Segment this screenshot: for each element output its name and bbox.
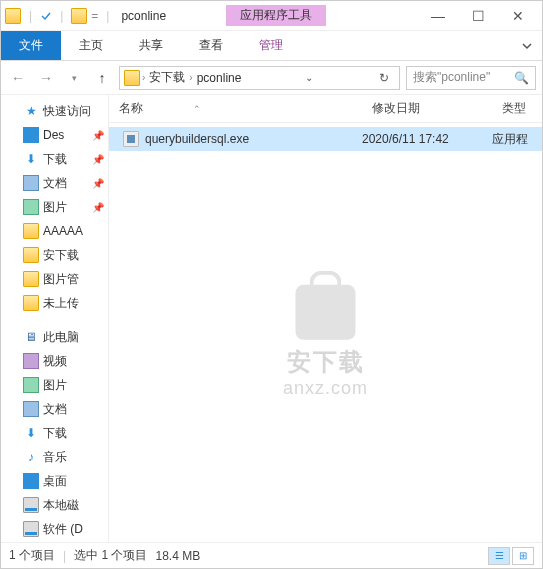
sidebar-item[interactable]: 文档📌 (1, 171, 108, 195)
close-button[interactable]: ✕ (498, 2, 538, 30)
desktop-icon (23, 127, 39, 143)
pin-icon: 📌 (92, 130, 104, 141)
tab-manage[interactable]: 管理 (241, 31, 301, 60)
star-icon: ★ (23, 103, 39, 119)
window-title: pconline (121, 9, 166, 23)
video-icon (23, 353, 39, 369)
folder-icon (23, 295, 39, 311)
sidebar-label: 此电脑 (43, 329, 79, 346)
file-type: 应用程 (492, 131, 542, 148)
exe-icon (123, 131, 139, 147)
checkmark-icon[interactable] (40, 10, 52, 22)
drive-icon (23, 497, 39, 513)
sidebar-item[interactable]: ⬇下载📌 (1, 147, 108, 171)
pc-icon: 🖥 (23, 329, 39, 345)
ribbon-expand-button[interactable] (512, 31, 542, 60)
folder-icon (23, 271, 39, 287)
sidebar-item[interactable]: 图片 (1, 373, 108, 397)
view-details-button[interactable]: ☰ (488, 547, 510, 565)
status-selected: 选中 1 个项目 (74, 547, 147, 564)
sidebar-item[interactable]: 图片管 (1, 267, 108, 291)
qat-divider: | (29, 9, 32, 23)
download-icon: ⬇ (23, 425, 39, 441)
sidebar-item[interactable]: 视频 (1, 349, 108, 373)
qat-equals-icon[interactable]: = (91, 9, 98, 23)
download-icon: ⬇ (23, 151, 39, 167)
sidebar-item[interactable]: 本地磁 (1, 493, 108, 517)
sidebar-this-pc[interactable]: 🖥 此电脑 (1, 325, 108, 349)
file-name: querybuildersql.exe (145, 132, 362, 146)
nav-history-button[interactable]: ▾ (63, 67, 85, 89)
sidebar-item[interactable]: 桌面 (1, 469, 108, 493)
column-date[interactable]: 修改日期 (362, 95, 492, 122)
sidebar-item[interactable]: 文档 (1, 397, 108, 421)
status-size: 18.4 MB (155, 549, 200, 563)
watermark: 安下载 anxz.com (283, 284, 368, 398)
sort-caret-icon: ⌃ (193, 104, 201, 114)
desktop-icon (23, 473, 39, 489)
chevron-down-icon (522, 41, 532, 51)
folder-icon (23, 223, 39, 239)
sidebar-item[interactable]: Des📌 (1, 123, 108, 147)
pin-icon: 📌 (92, 178, 104, 189)
file-date: 2020/6/11 17:42 (362, 132, 492, 146)
qat-divider: | (60, 9, 63, 23)
column-type[interactable]: 类型 (492, 95, 542, 122)
sidebar-item[interactable]: ♪音乐 (1, 445, 108, 469)
view-icons-button[interactable]: ⊞ (512, 547, 534, 565)
sidebar-item[interactable]: 安下载 (1, 243, 108, 267)
pin-icon: 📌 (92, 154, 104, 165)
tab-view[interactable]: 查看 (181, 31, 241, 60)
sidebar-item[interactable]: 软件 (D (1, 517, 108, 541)
app-folder-icon (5, 8, 21, 24)
nav-back-button[interactable]: ← (7, 67, 29, 89)
picture-icon (23, 199, 39, 215)
breadcrumb[interactable]: 安下载 (145, 69, 189, 86)
column-name[interactable]: 名称 ⌃ (109, 95, 362, 122)
drive-icon (23, 521, 39, 537)
breadcrumb[interactable]: pconline (193, 71, 246, 85)
context-tab-label: 应用程序工具 (226, 5, 326, 26)
sidebar-item[interactable]: 未上传 (1, 291, 108, 315)
document-icon (23, 175, 39, 191)
pin-icon: 📌 (92, 202, 104, 213)
tab-home[interactable]: 主页 (61, 31, 121, 60)
search-icon[interactable]: 🔍 (514, 71, 529, 85)
qat-divider: | (106, 9, 109, 23)
minimize-button[interactable]: — (418, 2, 458, 30)
document-icon (23, 401, 39, 417)
navigation-sidebar: ★ 快速访问 Des📌 ⬇下载📌 文档📌 图片📌 AAAAA 安下载 图片管 未… (1, 95, 109, 542)
search-input[interactable]: 搜索"pconline" 🔍 (406, 66, 536, 90)
maximize-button[interactable]: ☐ (458, 2, 498, 30)
status-divider: | (63, 549, 66, 563)
sidebar-label: 快速访问 (43, 103, 91, 120)
tab-share[interactable]: 共享 (121, 31, 181, 60)
search-placeholder: 搜索"pconline" (413, 69, 490, 86)
status-item-count: 1 个项目 (9, 547, 55, 564)
music-icon: ♪ (23, 449, 39, 465)
folder-icon (23, 247, 39, 263)
tab-file[interactable]: 文件 (1, 31, 61, 60)
address-dropdown-button[interactable]: ⌄ (299, 72, 319, 83)
folder-icon (71, 8, 87, 24)
sidebar-item[interactable]: 图片📌 (1, 195, 108, 219)
file-row[interactable]: querybuildersql.exe 2020/6/11 17:42 应用程 (109, 127, 542, 151)
nav-up-button[interactable]: ↑ (91, 67, 113, 89)
sidebar-item[interactable]: ⬇下载 (1, 421, 108, 445)
picture-icon (23, 377, 39, 393)
nav-forward-button[interactable]: → (35, 67, 57, 89)
sidebar-item[interactable]: AAAAA (1, 219, 108, 243)
folder-icon (124, 70, 140, 86)
refresh-button[interactable]: ↻ (373, 71, 395, 85)
sidebar-quick-access[interactable]: ★ 快速访问 (1, 99, 108, 123)
watermark-bag-icon (296, 284, 356, 339)
address-bar[interactable]: › 安下载 › pconline ⌄ ↻ (119, 66, 400, 90)
